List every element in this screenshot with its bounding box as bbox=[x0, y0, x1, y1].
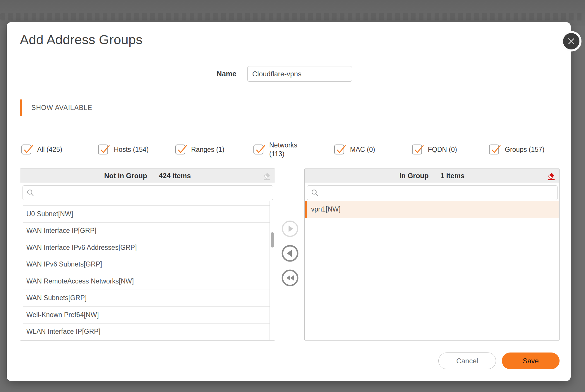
eraser-icon bbox=[546, 171, 556, 181]
clear-left-list-button[interactable] bbox=[261, 171, 272, 181]
filter-option[interactable]: Hosts (154) bbox=[98, 139, 149, 160]
right-search-input[interactable] bbox=[322, 186, 557, 200]
arrow-right-icon bbox=[282, 220, 298, 237]
clear-right-list-button[interactable] bbox=[546, 171, 556, 181]
section-accent-bar bbox=[20, 99, 22, 116]
filter-option[interactable]: Ranges (1) bbox=[175, 139, 224, 160]
save-button[interactable]: Save bbox=[502, 353, 560, 369]
list-item[interactable]: Well-Known Pref64[NW] bbox=[23, 307, 270, 324]
move-right-button[interactable] bbox=[282, 220, 298, 237]
left-search-box bbox=[23, 185, 273, 200]
filters-row: All (425) Hosts (154) Ranges (1) Netwo bbox=[7, 139, 571, 160]
arrow-left-icon bbox=[282, 245, 298, 262]
checkmark-icon bbox=[413, 145, 425, 155]
filter-option[interactable]: All (425) bbox=[21, 139, 62, 160]
scrolled-row-sliver bbox=[23, 201, 270, 206]
panel-count: 1 items bbox=[440, 172, 465, 180]
dialog-title: Add Address Groups bbox=[20, 32, 143, 47]
not-in-group-list: U0 Subnet[NW]WAN Interface IP[GRP]WAN In… bbox=[20, 206, 270, 340]
checkmark-icon bbox=[23, 145, 34, 155]
checkmark-icon bbox=[335, 145, 347, 155]
filter-checkbox[interactable] bbox=[412, 145, 422, 154]
right-search-box bbox=[307, 185, 557, 200]
not-in-group-header: Not in Group 424 items bbox=[20, 169, 275, 183]
cancel-button[interactable]: Cancel bbox=[438, 353, 496, 369]
filter-label: MAC (0) bbox=[350, 145, 375, 154]
filter-label: Ranges (1) bbox=[191, 145, 224, 154]
not-in-group-panel: Not in Group 424 items U0 Subnet[NW]WAN … bbox=[20, 169, 275, 341]
list-item-selected[interactable]: vpn1[NW] bbox=[305, 201, 559, 218]
filter-option[interactable]: FQDN (0) bbox=[412, 139, 457, 160]
panel-title: In Group bbox=[399, 172, 429, 180]
left-search-input[interactable] bbox=[37, 186, 273, 200]
list-item[interactable]: WAN RemoteAccess Networks[NW] bbox=[23, 273, 270, 290]
background-ui-blur bbox=[0, 13, 585, 20]
filter-checkbox[interactable] bbox=[21, 145, 31, 154]
filter-label: Networks (113) bbox=[269, 141, 303, 158]
list-item[interactable]: WAN Interface IPv6 Addresses[GRP] bbox=[23, 239, 270, 256]
scrollbar[interactable] bbox=[270, 201, 275, 340]
checkmark-icon bbox=[176, 145, 188, 155]
filter-label: Groups (157) bbox=[505, 145, 545, 154]
filter-option[interactable]: Groups (157) bbox=[489, 139, 545, 160]
filter-option[interactable]: Networks (113) bbox=[253, 139, 303, 160]
name-input[interactable] bbox=[247, 66, 352, 82]
panel-count: 424 items bbox=[159, 172, 191, 180]
list-item[interactable]: U0 Subnet[NW] bbox=[23, 206, 270, 223]
in-group-list: vpn1[NW] bbox=[305, 201, 559, 340]
filter-checkbox[interactable] bbox=[489, 145, 499, 154]
add-address-groups-dialog: Add Address Groups Name SHOW AVAILABLE A… bbox=[7, 22, 571, 381]
filter-checkbox[interactable] bbox=[334, 145, 344, 154]
filter-checkbox[interactable] bbox=[175, 145, 185, 154]
in-group-header: In Group 1 items bbox=[305, 169, 559, 183]
filter-checkbox[interactable] bbox=[98, 145, 108, 154]
search-icon bbox=[26, 189, 35, 197]
name-label: Name bbox=[194, 66, 236, 81]
filter-label: FQDN (0) bbox=[428, 145, 457, 154]
panel-title: Not in Group bbox=[104, 172, 147, 180]
double-arrow-left-icon bbox=[282, 269, 298, 286]
scrollbar-thumb[interactable] bbox=[271, 232, 274, 247]
list-item[interactable]: WAN IPv6 Subnets[GRP] bbox=[23, 256, 270, 273]
filter-label: All (425) bbox=[37, 145, 62, 154]
filter-label: Hosts (154) bbox=[114, 145, 149, 154]
close-button[interactable] bbox=[561, 31, 581, 51]
checkmark-icon bbox=[99, 145, 111, 155]
close-icon bbox=[567, 37, 576, 46]
eraser-icon bbox=[262, 171, 272, 181]
filter-option[interactable]: MAC (0) bbox=[334, 139, 375, 160]
list-item[interactable]: WAN Subnets[GRP] bbox=[23, 290, 270, 307]
list-item[interactable]: WLAN Interface IP[GRP] bbox=[23, 324, 270, 340]
checkmark-icon bbox=[255, 145, 266, 155]
in-group-panel: In Group 1 items vpn1[NW] bbox=[304, 169, 560, 341]
filter-checkbox[interactable] bbox=[253, 145, 263, 154]
checkmark-icon bbox=[490, 145, 502, 155]
search-icon bbox=[311, 189, 319, 197]
list-item[interactable]: WAN Interface IP[GRP] bbox=[23, 223, 270, 240]
move-left-button[interactable] bbox=[282, 245, 298, 262]
move-all-left-button[interactable] bbox=[282, 269, 298, 286]
section-label: SHOW AVAILABLE bbox=[31, 99, 92, 116]
